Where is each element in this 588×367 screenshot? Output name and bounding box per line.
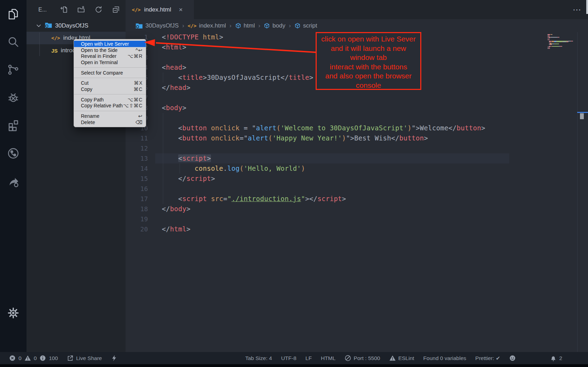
annotation-box: click on open with Live Severand it will… — [316, 32, 421, 90]
menu-item-select-for-compare[interactable]: Select for Compare — [74, 70, 146, 76]
breadcrumb-label: index.html — [199, 22, 226, 29]
status-port---5500[interactable]: Port : 5500 — [345, 355, 380, 361]
status-lightning[interactable] — [111, 355, 118, 361]
status-prettier--✔[interactable]: Prettier: ✔ — [475, 355, 500, 361]
code-token: . — [223, 165, 227, 172]
status-smiley[interactable] — [509, 355, 516, 361]
problems-indicator[interactable]: 00100 — [9, 355, 58, 361]
scrollbar-thumb[interactable] — [580, 113, 584, 119]
line-number: 19 — [126, 214, 148, 224]
settings-gear-icon[interactable] — [7, 306, 20, 320]
annotation-line: click on open with Live Sever — [317, 35, 420, 44]
status-lf[interactable]: LF — [306, 355, 312, 361]
code-token — [199, 33, 203, 41]
error-icon — [9, 355, 16, 361]
tree-folder-row[interactable]: 30DaysOfJS — [27, 20, 126, 32]
code-token: < — [178, 134, 182, 142]
status-tab-size--4[interactable]: Tab Size: 4 — [245, 355, 272, 361]
breadcrumb-label: script — [303, 22, 317, 29]
code-token: script — [186, 175, 211, 182]
code-token: > — [207, 154, 211, 162]
menu-item-cut[interactable]: Cut⌘X — [74, 80, 146, 86]
code-token: > — [182, 43, 187, 51]
code-token: ( — [240, 165, 244, 172]
collapse-all-icon[interactable] — [112, 6, 120, 14]
folder-icon — [135, 22, 143, 29]
code-token: > — [182, 63, 187, 71]
code-token: </ — [178, 175, 186, 182]
bell-icon — [550, 355, 557, 361]
code-token: button — [399, 134, 424, 142]
code-line-8[interactable]: <body> — [162, 103, 485, 113]
context-menu: Open with Live ServerOpen to the Side^↩R… — [74, 39, 146, 127]
status-2[interactable]: 2 — [550, 355, 562, 361]
code-line-20[interactable]: </html> — [162, 224, 485, 234]
debug-icon[interactable] — [7, 91, 20, 104]
html-icon: </> — [188, 23, 196, 29]
code-line-13[interactable]: <script> — [162, 153, 485, 163]
status-live-share[interactable]: Live Share — [67, 355, 102, 361]
minimap[interactable] — [548, 34, 578, 49]
code-line-12[interactable] — [162, 143, 485, 153]
source-control-icon[interactable] — [7, 63, 20, 76]
refresh-icon[interactable] — [95, 6, 103, 14]
menu-item-reveal-in-finder[interactable]: Reveal in Finder⌥⌘R — [74, 53, 146, 59]
code-line-11[interactable]: <button onclick="alert('Happy New Year!'… — [162, 133, 485, 143]
code-line-19[interactable] — [162, 214, 485, 224]
code-token: < — [178, 124, 182, 132]
code-token: body — [166, 104, 182, 112]
menu-item-copy-relative-path[interactable]: Copy Relative Path⌥⇧⌘C — [74, 103, 146, 109]
code-token: > — [186, 225, 190, 233]
more-actions-icon[interactable]: ⋯ — [573, 8, 582, 12]
status-eslint[interactable]: ESLint — [389, 355, 414, 361]
menu-item-copy-path[interactable]: Copy Path⌥⌘C — [74, 97, 146, 103]
menu-item-delete[interactable]: Delete⌫ — [74, 119, 146, 125]
search-icon[interactable] — [7, 35, 20, 48]
breadcrumb-item-html[interactable]: html — [235, 22, 255, 29]
breadcrumb-item-index.html[interactable]: </>index.html — [188, 22, 226, 29]
code-line-9[interactable] — [162, 113, 485, 123]
code-token: </ — [162, 84, 170, 91]
new-file-icon[interactable] — [60, 6, 68, 14]
menu-item-copy[interactable]: Copy⌘C — [74, 86, 146, 92]
code-line-10[interactable]: <button onclick = "alert('Welcome to 30D… — [162, 123, 485, 133]
chevron-down-icon — [36, 23, 42, 29]
menu-item-open-in-terminal[interactable]: Open in Terminal — [74, 59, 146, 66]
breadcrumb-item-script[interactable]: script — [294, 22, 317, 29]
close-icon[interactable]: × — [179, 6, 183, 13]
code-line-14[interactable]: console.log('Hello, World') — [162, 163, 485, 174]
share-icon[interactable] — [7, 175, 20, 188]
code-line-18[interactable]: </body> — [162, 204, 485, 214]
code-token: < — [178, 74, 182, 81]
code-line-15[interactable]: </script> — [162, 174, 485, 184]
code-line-7[interactable] — [162, 93, 485, 103]
code-token: </ — [162, 225, 170, 233]
menu-item-open-to-the-side[interactable]: Open to the Side^↩ — [74, 47, 146, 53]
live-share-icon[interactable] — [7, 147, 20, 160]
menu-item-label: Reveal in Finder — [81, 53, 128, 59]
status-found-0-variables[interactable]: Found 0 variables — [423, 355, 466, 361]
code-token: > — [305, 195, 309, 202]
status-html[interactable]: HTML — [321, 355, 336, 361]
code-token: onclick — [211, 134, 240, 142]
status-label: Found 0 variables — [423, 355, 466, 361]
code-token — [162, 124, 178, 132]
status-utf-8[interactable]: UTF-8 — [281, 355, 296, 361]
menu-item-rename[interactable]: Rename↩ — [74, 113, 146, 119]
menu-item-open-with-live-server[interactable]: Open with Live Server — [74, 41, 146, 47]
code-line-17[interactable]: <script src="./introduction.js"></script… — [162, 194, 485, 204]
extensions-icon[interactable] — [7, 119, 20, 132]
code-token: " — [227, 195, 232, 202]
tab-index-html[interactable]: </> index.html × — [126, 0, 194, 19]
menu-separator — [74, 67, 146, 68]
menu-separator — [74, 94, 146, 94]
code-token: " — [252, 124, 256, 132]
line-number: 13 — [126, 153, 148, 163]
code-line-16[interactable] — [162, 184, 485, 194]
breadcrumb-item-30DaysOfJS[interactable]: 30DaysOfJS — [135, 22, 179, 29]
breadcrumb-separator: › — [229, 22, 232, 29]
code-token: ( — [277, 124, 281, 132]
new-folder-icon[interactable] — [77, 6, 85, 14]
explorer-icon[interactable] — [7, 7, 20, 21]
breadcrumb-item-body[interactable]: body — [264, 22, 285, 29]
